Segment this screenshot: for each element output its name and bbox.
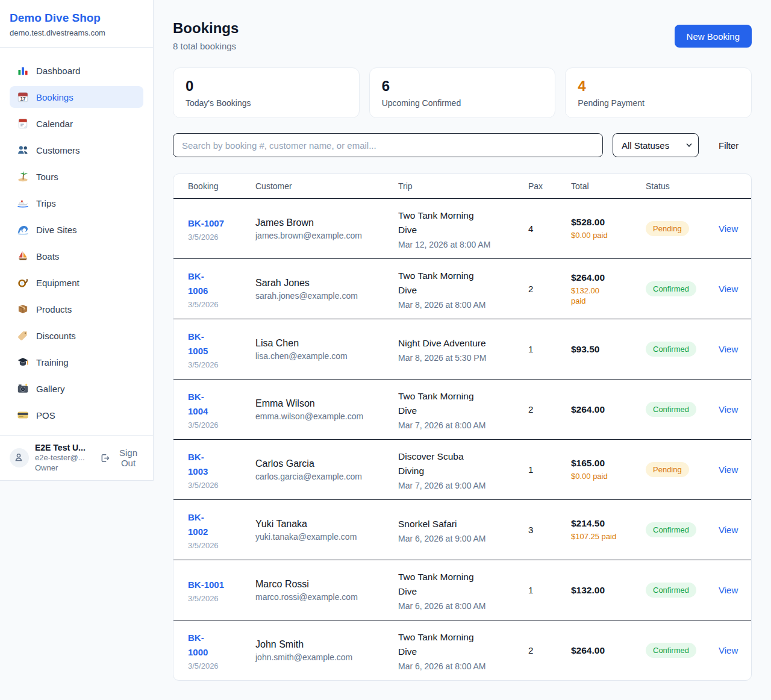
trip-cell: Discover Scuba Diving Mar 7, 2026 at 9:0… xyxy=(398,449,528,490)
status-badge: Confirmed xyxy=(646,281,696,296)
table-row: BK-1007 3/5/2026 James Brown james.brown… xyxy=(173,198,751,258)
trip-name: Discover Scuba Diving xyxy=(398,449,521,478)
total-cell: $132.00 xyxy=(571,585,646,596)
status-badge: Confirmed xyxy=(646,342,696,357)
person-icon xyxy=(13,452,25,464)
page-subtitle: 8 total bookings xyxy=(173,41,239,51)
view-link[interactable]: View xyxy=(719,404,738,414)
trip-datetime: Mar 7, 2026 at 8:00 AM xyxy=(398,420,521,430)
brand-name: Demo Dive Shop xyxy=(10,11,143,25)
pax-count: 2 xyxy=(528,404,571,414)
trip-cell: Two Tank Morning Dive Mar 8, 2026 at 8:0… xyxy=(398,269,528,310)
booking-id-link[interactable]: BK- 1005 xyxy=(188,330,248,358)
customer-cell: Marco Rossi marco.rossi@example.com xyxy=(255,579,398,602)
trip-name: Two Tank Morning Dive xyxy=(398,208,521,237)
wave-icon xyxy=(17,223,29,236)
booking-date: 3/5/2026 xyxy=(188,661,248,670)
total-amount: $165.00 xyxy=(571,458,638,469)
sailboat-icon xyxy=(17,250,29,262)
sidebar-item-dashboard[interactable]: Dashboard xyxy=(10,60,143,81)
sign-out-button[interactable]: Sign Out xyxy=(99,448,143,468)
sidebar-item-boats[interactable]: Boats xyxy=(10,245,143,267)
booking-id-link[interactable]: BK- 1003 xyxy=(188,450,248,479)
new-booking-button[interactable]: New Booking xyxy=(675,25,752,48)
column-header-total: Total xyxy=(571,181,646,191)
sidebar-item-tours[interactable]: Tours xyxy=(10,166,143,187)
view-link[interactable]: View xyxy=(719,344,738,354)
trip-datetime: Mar 12, 2026 at 8:00 AM xyxy=(398,240,521,249)
customer-cell: Carlos Garcia carlos.garcia@example.com xyxy=(255,458,398,481)
sidebar-item-label: Boats xyxy=(36,251,59,261)
total-amount: $214.50 xyxy=(571,518,638,529)
booking-cell: BK-1001 3/5/2026 xyxy=(188,578,255,603)
status-badge: Pending xyxy=(646,462,689,477)
stat-label: Today's Bookings xyxy=(186,98,347,108)
booking-id-link[interactable]: BK-1001 xyxy=(188,578,248,592)
sidebar-item-products[interactable]: Products xyxy=(10,298,143,320)
booking-id-link[interactable]: BK- 1000 xyxy=(188,631,248,660)
booking-cell: BK- 1000 3/5/2026 xyxy=(188,631,255,670)
actions-cell: View xyxy=(719,223,745,234)
filter-row: All Statuses Filter xyxy=(173,133,752,157)
booking-date: 3/5/2026 xyxy=(188,481,248,490)
trip-datetime: Mar 8, 2026 at 8:00 AM xyxy=(398,300,521,310)
svg-text:17: 17 xyxy=(20,96,26,102)
user-box: E2E Test U... e2e-tester@... Owner Sign … xyxy=(0,435,153,480)
sidebar-item-pos[interactable]: POS xyxy=(10,404,143,426)
table-row: BK- 1002 3/5/2026 Yuki Tanaka yuki.tanak… xyxy=(173,499,751,560)
sidebar-item-customers[interactable]: Customers xyxy=(10,139,143,161)
sidebar-item-label: Customers xyxy=(36,145,80,155)
view-link[interactable]: View xyxy=(719,284,738,294)
actions-cell: View xyxy=(719,344,745,355)
status-badge: Pending xyxy=(646,221,689,236)
trip-datetime: Mar 6, 2026 at 8:00 AM xyxy=(398,661,521,671)
pax-count: 1 xyxy=(528,585,571,595)
view-link[interactable]: View xyxy=(719,645,738,655)
view-link[interactable]: View xyxy=(719,223,738,234)
sidebar-item-label: Bookings xyxy=(36,92,73,102)
booking-id-link[interactable]: BK- 1006 xyxy=(188,269,248,298)
avatar xyxy=(10,448,29,467)
booking-id-link[interactable]: BK-1007 xyxy=(188,216,248,231)
sidebar-item-dive-sites[interactable]: Dive Sites xyxy=(10,219,143,240)
sidebar-item-trips[interactable]: Trips xyxy=(10,192,143,214)
trip-name: Two Tank Morning Dive xyxy=(398,570,521,599)
status-select[interactable]: All Statuses xyxy=(613,133,699,157)
customer-name: Carlos Garcia xyxy=(255,458,391,469)
booking-cell: BK- 1006 3/5/2026 xyxy=(188,269,255,309)
sidebar-item-gallery[interactable]: Gallery xyxy=(10,378,143,399)
trip-cell: Two Tank Morning Dive Mar 6, 2026 at 8:0… xyxy=(398,630,528,671)
graduation-cap-icon xyxy=(17,356,29,368)
customer-cell: Lisa Chen lisa.chen@example.com xyxy=(255,338,398,361)
table-row: BK- 1004 3/5/2026 Emma Wilson emma.wilso… xyxy=(173,379,751,439)
total-cell: $264.00 xyxy=(571,404,646,415)
stats-row: 0 Today's Bookings 6 Upcoming Confirmed … xyxy=(173,67,752,118)
user-email: e2e-tester@... xyxy=(35,452,93,463)
status-cell: Confirmed xyxy=(646,522,719,537)
booking-id-link[interactable]: BK- 1002 xyxy=(188,510,248,539)
booking-id-link[interactable]: BK- 1004 xyxy=(188,390,248,419)
status-badge: Confirmed xyxy=(646,402,696,417)
view-link[interactable]: View xyxy=(719,464,738,475)
search-input[interactable] xyxy=(173,133,603,157)
booking-date: 3/5/2026 xyxy=(188,300,248,309)
sidebar-item-equipment[interactable]: Equipment xyxy=(10,272,143,293)
sidebar-item-bookings[interactable]: 17Bookings xyxy=(10,86,143,108)
brand: Demo Dive Shop demo.test.divestreams.com xyxy=(0,0,153,48)
stat-card-pending-payment: 4 Pending Payment xyxy=(565,67,752,118)
trip-name: Night Dive Adventure xyxy=(398,336,521,351)
column-header-trip: Trip xyxy=(398,181,528,191)
view-link[interactable]: View xyxy=(719,585,738,595)
stat-value: 0 xyxy=(186,77,347,95)
sidebar-item-training[interactable]: Training xyxy=(10,351,143,373)
view-link[interactable]: View xyxy=(719,525,738,535)
sidebar-item-calendar[interactable]: Calendar xyxy=(10,113,143,134)
total-cell: $93.50 xyxy=(571,344,646,355)
filter-button[interactable]: Filter xyxy=(719,140,738,151)
sidebar-item-label: Products xyxy=(36,304,72,314)
sidebar-item-discounts[interactable]: Discounts xyxy=(10,325,143,346)
total-amount: $264.00 xyxy=(571,272,638,283)
status-cell: Pending xyxy=(646,221,719,236)
bar-chart-icon xyxy=(17,64,29,77)
booking-cell: BK-1007 3/5/2026 xyxy=(188,216,255,242)
